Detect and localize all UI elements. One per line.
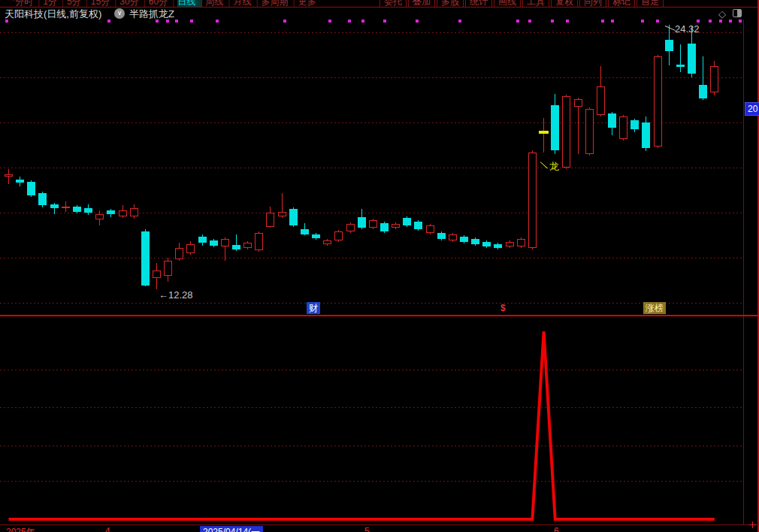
candle-wick <box>669 51 670 66</box>
candle-wick <box>304 234 305 235</box>
candle-body <box>597 86 605 115</box>
candle-wick <box>407 225 407 227</box>
candle-wick <box>110 214 111 217</box>
main-candlestick-chart[interactable]: 24.32←12.28龙 <box>0 0 759 532</box>
candle-wick <box>623 139 624 141</box>
event-marker-财[interactable]: 财 <box>307 302 320 314</box>
candle-body <box>699 85 707 98</box>
candle-wick <box>190 253 191 255</box>
sub-panel-header: ∨ 半路抓龙F 半路抓龙: 0.00 <box>0 317 759 329</box>
candle-body <box>346 224 355 231</box>
candle-body <box>551 105 559 150</box>
candle-wick <box>680 44 681 65</box>
candle-wick <box>555 94 555 105</box>
candle-wick <box>236 249 237 251</box>
candle-wick <box>634 129 635 132</box>
candle-wick <box>54 208 55 214</box>
candle-wick <box>680 67 681 72</box>
candle-wick <box>361 228 362 229</box>
candle-wick <box>510 246 510 248</box>
candle-wick <box>418 229 419 231</box>
signal-dot <box>166 20 169 23</box>
candle-wick <box>703 56 703 84</box>
signal-dot <box>156 20 159 23</box>
candle-wick <box>578 107 579 154</box>
signal-dot <box>283 20 286 23</box>
signal-dot <box>516 20 519 23</box>
signal-dot <box>729 20 732 23</box>
candle-wick <box>42 205 43 207</box>
candle-body <box>676 65 685 67</box>
candle-body <box>460 237 468 242</box>
candle-wick <box>430 233 431 234</box>
signal-dot <box>566 20 569 23</box>
signal-dot <box>611 20 614 23</box>
candle-wick <box>31 195 32 197</box>
candle-body <box>186 244 195 253</box>
candle-body <box>471 239 479 244</box>
axis-cross-icon <box>752 521 753 528</box>
candle-wick <box>373 228 373 229</box>
signal-dot <box>190 20 193 23</box>
candle-wick <box>452 240 453 242</box>
candle-wick <box>282 216 283 218</box>
candle-wick <box>65 201 66 207</box>
candle-body <box>221 239 229 246</box>
candle-wick <box>8 177 9 184</box>
candle-body <box>73 207 81 212</box>
candle-wick <box>282 193 283 212</box>
candle-body <box>175 248 183 259</box>
candle-wick <box>134 216 135 219</box>
candle-body <box>153 271 161 278</box>
candle-wick <box>521 246 522 248</box>
candle-body <box>289 209 298 225</box>
candle-body <box>619 116 627 139</box>
panel-divider[interactable] <box>0 315 759 316</box>
candle-body <box>528 153 537 248</box>
candle-body <box>232 245 240 249</box>
axis-label[interactable]: 2025/04/14(一 <box>200 526 263 532</box>
candle-body <box>255 233 263 250</box>
candle-wick <box>691 74 692 77</box>
chart-annotation: ←12.28 <box>159 289 193 301</box>
candle-wick <box>236 234 237 245</box>
candle-wick <box>213 246 214 247</box>
signal-dot <box>739 20 742 23</box>
candle-wick <box>361 209 362 217</box>
signal-dot <box>709 20 712 23</box>
candle-body <box>95 214 104 219</box>
candle-body <box>334 231 343 240</box>
chart-annotation: 龙 <box>549 160 559 174</box>
candle-wick <box>77 212 77 213</box>
candle-wick <box>555 150 555 154</box>
annotation-leader-line <box>665 26 676 31</box>
candle-wick <box>247 248 248 249</box>
candle-wick <box>156 263 157 271</box>
candle-body <box>665 40 673 50</box>
trading-app-window: 分时1分5分15分30分60分日线周线月线多周期更多 委托叠加多股统计画线工具复… <box>0 0 759 532</box>
candle-body <box>5 174 13 177</box>
candle-wick <box>122 216 123 218</box>
candle-wick <box>327 244 328 246</box>
candle-body <box>62 207 70 208</box>
candle-body <box>301 229 309 234</box>
signal-dot <box>328 20 331 23</box>
candle-body <box>482 242 491 246</box>
event-marker-$[interactable]: $ <box>500 302 506 314</box>
candle-body <box>449 234 457 240</box>
candle-body <box>243 243 252 248</box>
candle-body <box>380 223 389 231</box>
event-marker-涨榜[interactable]: 涨榜 <box>643 302 666 314</box>
candle-body <box>107 210 115 214</box>
candle-body <box>562 96 570 168</box>
candle-wick <box>589 154 590 156</box>
candle-body <box>506 242 514 246</box>
signal-dot <box>175 20 178 23</box>
candle-body <box>50 204 59 208</box>
candle-wick <box>65 208 66 212</box>
candle-body <box>278 212 286 216</box>
candle-wick <box>99 219 100 225</box>
axis-label: 4 <box>105 526 110 532</box>
candle-body <box>403 218 411 225</box>
candle-body <box>517 239 525 246</box>
